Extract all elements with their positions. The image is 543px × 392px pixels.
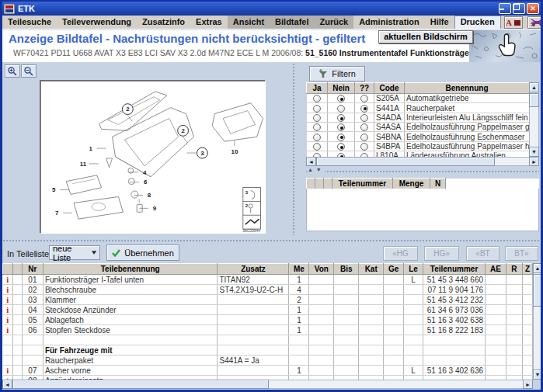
filter-row-S205A: S205AAutomatikgetriebe [307,94,530,103]
nav-button-bt-next[interactable]: BT» [505,246,538,261]
radio-??-S4BNA[interactable] [360,134,368,141]
radio-nein-S441A[interactable] [337,105,345,113]
menu-item-extras[interactable]: Extras [190,16,228,29]
menu-item-drucken[interactable]: Drucken [454,16,501,29]
parts-column-kat: Kat [359,264,384,275]
radio-ja-S4BPA[interactable] [313,143,321,151]
radio-??-S4ADA[interactable] [360,114,368,122]
filter-scroll-right-button[interactable]: ► [529,157,539,166]
parts-row-03[interactable]: i03Klammer251 45 3 412 232 [3,295,533,305]
info-icon: i [3,285,13,295]
nav-button-hg-next[interactable]: HG» [424,246,459,261]
menu-item-administration[interactable]: Administration [353,16,425,29]
minimize-button[interactable] [499,3,511,14]
bottom-toolbar: In Teileliste neue Liste Übernehmen «HGH… [2,244,541,263]
vertical-splitter[interactable] [291,63,297,235]
parts-row[interactable]: RaucherpaketS441A = Ja [3,356,533,366]
radio-ja-S4BNA[interactable] [313,134,321,141]
parts-row-07[interactable]: i07Ascher vorne1L51 16 3 402 636 [3,366,533,376]
svg-text:36C00644: 36C00644 [242,229,260,233]
parts-column-blank [3,264,13,275]
parts-hscroll-thumb[interactable] [12,380,269,389]
filter-scroll-thumb[interactable] [529,93,539,107]
parts-row-02[interactable]: i02BlechschraubeST4,2X19-U2-C-H407 11 9 … [3,285,533,295]
parts-scroll-thumb[interactable] [533,274,541,307]
parts-column-von: Von [309,264,334,275]
app-window: ETK ✕ TeilesucheTeileverwendungZusatzinf… [0,0,543,392]
main-content: 3 2 36C00644 22311146589710 Filtern JaNe… [2,62,541,390]
menu-item-teileverwendung[interactable]: Teileverwendung [57,16,137,29]
menu-item-teilesuche[interactable]: Teilesuche [2,16,57,29]
etk-app-icon [4,4,15,14]
radio-nein-S4ASA[interactable] [337,123,345,131]
radio-nein-S4BPA[interactable] [337,143,345,151]
filter-code: S441A [374,103,405,113]
menu-item-ansicht[interactable]: Ansicht [228,16,270,29]
nav-button-hg-prev[interactable]: «HG [383,246,418,261]
menu-item-zurück[interactable]: Zurück [314,16,353,29]
radio-??-S4ASA[interactable] [360,123,368,131]
filter-button[interactable]: Filtern [309,66,365,82]
svg-text:2: 2 [181,127,185,134]
filter-name: Edelholzausführung Pappelmaser he [405,141,530,151]
panel-splitter[interactable]: ▲ ▼ [306,168,539,175]
filter-row-S4ASA: S4ASAEdelholzausführung Pappelmaser gra [307,123,530,132]
parts-column-me: Me [289,264,309,275]
filter-scroll-down-button[interactable]: ▼ [529,147,539,157]
radio-ja-S441A[interactable] [313,105,321,113]
radio-??-S441A[interactable] [360,105,368,113]
selection-column-menge: Menge [393,179,430,189]
selection-column-n: N [430,179,446,189]
zoom-in-button[interactable] [5,64,20,78]
filter-name: Raucherpaket [405,103,530,113]
list-select[interactable]: neue Liste [49,245,100,260]
parts-scroll-right-button[interactable]: ► [523,380,533,389]
parts-row-05[interactable]: i05Ablagefach151 16 3 402 638 [3,315,533,325]
filter-column-Ja: Ja [307,83,328,94]
parts-row-06[interactable]: i06Stopfen Steckdose151 16 8 222 183 [3,325,533,335]
maximize-button[interactable] [513,3,525,14]
parts-column-z: Z [522,264,532,275]
font-color-button[interactable]: A [504,16,523,29]
radio-??-S4BPA[interactable] [360,143,368,151]
radio-ja-S205A[interactable] [313,95,321,102]
info-icon: i [3,325,13,335]
svg-text:11: 11 [80,161,87,168]
nav-button-bt-prev[interactable]: «BT [466,246,499,261]
filter-row-S4BPA: S4BPAEdelholzausführung Pappelmaser he [307,141,530,151]
page-title: Anzeige Bildtafel - Nachrüstungen nicht … [9,32,365,45]
radio-nein-S4ADA[interactable] [337,114,345,122]
svg-text:A: A [506,18,512,27]
print-menu-item-aktuellen-bildschirm[interactable]: aktuellen Bildschirm [378,30,473,43]
zoom-out-button[interactable] [21,64,37,78]
radio-ja-S4ASA[interactable] [313,123,321,131]
parts-row-01[interactable]: i01Funktionsträger I-Tafel untenTITAN921… [3,275,533,285]
selection-table: TeilenummerMengeN [306,178,539,189]
parts-column-teilebenennung: Teilebenennung [43,264,218,275]
selection-header-filler [446,179,540,189]
crossed-car-button[interactable] [527,16,541,29]
parts-diagram[interactable]: 3 2 36C00644 22311146589710 [40,81,266,234]
parts-scroll-down-button[interactable]: ▼ [533,369,541,380]
filter-hscroll-thumb[interactable] [316,157,495,166]
parts-scroll-up-button[interactable]: ▲ [533,263,541,273]
parts-row[interactable] [3,335,533,345]
filter-code: S4BPA [374,141,405,151]
filter-scroll-up-button[interactable]: ▲ [529,82,539,92]
radio-nein-S4BNA[interactable] [337,134,345,141]
parts-scroll-left-button[interactable]: ◄ [2,380,12,389]
menu-item-hilfe[interactable]: Hilfe [425,16,454,29]
menu-item-zusatzinfo[interactable]: Zusatzinfo [137,16,190,29]
selection-column-teilenummer: Teilenummer [332,179,393,189]
radio-ja-S4ADA[interactable] [313,114,321,122]
close-button[interactable]: ✕ [527,3,539,14]
parts-column-teilenummer: Teilenummer [423,264,486,275]
filter-scroll-left-button[interactable]: ◄ [306,157,316,166]
apply-button[interactable]: Übernehmen [106,245,179,261]
radio-??-S205A[interactable] [360,95,368,102]
menu-item-bildtafel[interactable]: Bildtafel [270,16,314,29]
info-icon: i [3,315,13,325]
parts-row[interactable]: Für Fahrzeuge mit [3,345,533,356]
radio-nein-S205A[interactable] [337,95,345,102]
parts-row-04[interactable]: i04Steckdose Anzünder161 34 6 973 036 [3,305,533,315]
